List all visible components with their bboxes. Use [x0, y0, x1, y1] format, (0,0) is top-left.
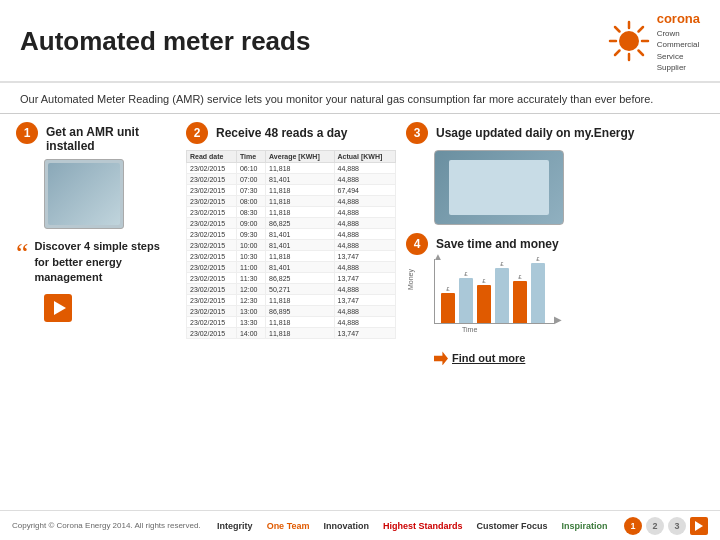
intro-text: Our Automated Meter Reading (AMR) servic…: [0, 83, 720, 115]
quote-text: Discover 4 simple steps for better energ…: [34, 239, 176, 285]
step1-row: 1 Get an AMR unit installed: [16, 122, 176, 153]
header: Automated meter reads corona Crown Comme…: [0, 0, 720, 83]
table-row: 23/02/201511:0081,40144,888: [187, 262, 396, 273]
chart-bar-wrap: £: [477, 278, 491, 323]
logo-tagline3: Service: [657, 51, 700, 62]
page-number-3[interactable]: 3: [668, 517, 686, 535]
step2-badge: 2: [186, 122, 208, 144]
play-button[interactable]: [44, 294, 72, 322]
table-row: 23/02/201511:3086,82513,747: [187, 273, 396, 284]
table-row: 23/02/201506:1011,81844,888: [187, 163, 396, 174]
chart-x-arrow-icon: ▶: [554, 314, 562, 325]
page-next-icon: [695, 521, 703, 531]
table-row: 23/02/201513:0086,89544,888: [187, 306, 396, 317]
footer-nav-item: Highest Standards: [383, 521, 463, 531]
laptop-screen: [449, 160, 549, 215]
step1-label: Get an AMR unit installed: [46, 122, 176, 153]
logo-tagline4: Supplier: [657, 62, 700, 73]
footer-nav: IntegrityOne TeamInnovationHighest Stand…: [217, 521, 607, 531]
col-time: Time: [236, 151, 265, 163]
step4-badge: 4: [406, 233, 428, 255]
chart-bars: ££££££: [435, 259, 554, 323]
logo-company: corona: [657, 10, 700, 28]
svg-line-7: [638, 27, 643, 32]
table-row: 23/02/201512:3011,81813,747: [187, 295, 396, 306]
step2-row: 2 Receive 48 reads a day: [186, 122, 396, 144]
page-title: Automated meter reads: [20, 26, 310, 57]
quote-box: “ Discover 4 simple steps for better ene…: [16, 239, 176, 285]
chart-bar-wrap: £: [441, 286, 455, 323]
table-row: 23/02/201512:0050,27144,888: [187, 284, 396, 295]
chart-bar: [459, 278, 473, 323]
footer-nav-item: Innovation: [323, 521, 369, 531]
footer: Copyright © Corona Energy 2014. All righ…: [0, 510, 720, 540]
chart-bar-wrap: £: [459, 271, 473, 323]
meter-image: [44, 159, 124, 229]
col-actual: Actual [KWH]: [334, 151, 395, 163]
logo-text: corona Crown Commercial Service Supplier: [657, 10, 700, 73]
reads-table: Read date Time Average [KWH] Actual [KWH…: [186, 150, 396, 339]
main-content: 1 Get an AMR unit installed “ Discover 4…: [0, 114, 720, 373]
chart-bar: [513, 281, 527, 323]
table-row: 23/02/201510:3011,81813,747: [187, 251, 396, 262]
page-number-1[interactable]: 1: [624, 517, 642, 535]
page-next-button[interactable]: [690, 517, 708, 535]
page-number-2[interactable]: 2: [646, 517, 664, 535]
table-row: 23/02/201508:0011,81844,888: [187, 196, 396, 207]
right-panel: 3 Usage updated daily on my.Energy 4 Sav…: [406, 122, 704, 365]
find-out-text: Find out more: [452, 352, 525, 364]
step4-label: Save time and money: [436, 237, 559, 251]
svg-point-0: [619, 31, 639, 51]
step3-row: 3 Usage updated daily on my.Energy: [406, 122, 704, 144]
quote-mark: “: [16, 239, 28, 267]
find-out-more[interactable]: Find out more: [434, 351, 704, 365]
logo-tagline1: Crown: [657, 28, 700, 39]
page-numbers: 123: [624, 517, 708, 535]
laptop-image: [434, 150, 564, 225]
chart-bar: [531, 263, 545, 323]
chart-area: Money ££££££ ▶ ▲: [434, 259, 554, 324]
footer-nav-item: Integrity: [217, 521, 253, 531]
table-row: 23/02/201509:3081,40144,888: [187, 229, 396, 240]
chart-y-arrow-icon: ▲: [433, 251, 443, 262]
step3-badge: 3: [406, 122, 428, 144]
step4-row: 4 Save time and money: [406, 233, 704, 255]
meter-image-inner: [48, 163, 120, 225]
svg-line-5: [615, 27, 620, 32]
logo-area: corona Crown Commercial Service Supplier: [607, 10, 700, 73]
play-triangle-icon: [54, 301, 66, 315]
table-row: 23/02/201514:0011,81813,747: [187, 328, 396, 339]
logo-icon: [607, 19, 651, 63]
table-row: 23/02/201510:0081,40144,888: [187, 240, 396, 251]
chart-bar: [441, 293, 455, 323]
table-row: 23/02/201507:3011,81867,494: [187, 185, 396, 196]
footer-nav-item: Inspiration: [562, 521, 608, 531]
step2-label: Receive 48 reads a day: [216, 126, 347, 140]
chart-bar-wrap: £: [513, 274, 527, 323]
table-row: 23/02/201513:3011,81844,888: [187, 317, 396, 328]
chart-xlabel-label: Time: [462, 326, 704, 333]
col-average: Average [KWH]: [266, 151, 335, 163]
chart-bar: [495, 268, 509, 323]
logo-tagline2: Commercial: [657, 39, 700, 50]
step3-label: Usage updated daily on my.Energy: [436, 126, 635, 140]
step1-badge: 1: [16, 122, 38, 144]
chart-bar: [477, 285, 491, 323]
center-panel: 2 Receive 48 reads a day Read date Time …: [186, 122, 396, 365]
table-row: 23/02/201509:0086,82544,888: [187, 218, 396, 229]
svg-line-6: [638, 51, 643, 56]
footer-copyright: Copyright © Corona Energy 2014. All righ…: [12, 521, 201, 530]
col-date: Read date: [187, 151, 237, 163]
chart-ylabel: Money: [407, 269, 414, 290]
table-row: 23/02/201507:0081,40144,888: [187, 174, 396, 185]
svg-line-8: [615, 51, 620, 56]
chart-bar-wrap: £: [531, 256, 545, 323]
left-panel: 1 Get an AMR unit installed “ Discover 4…: [16, 122, 176, 365]
footer-nav-item: Customer Focus: [477, 521, 548, 531]
footer-nav-item: One Team: [267, 521, 310, 531]
table-row: 23/02/201508:3011,81844,888: [187, 207, 396, 218]
chart-bar-wrap: £: [495, 261, 509, 323]
arrow-right-icon: [434, 351, 448, 365]
